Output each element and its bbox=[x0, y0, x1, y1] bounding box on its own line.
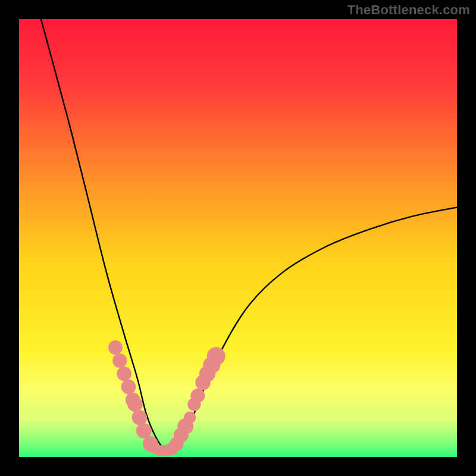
marker-point bbox=[112, 353, 127, 368]
marker-point bbox=[117, 367, 131, 381]
marker-point bbox=[108, 340, 123, 355]
marker-point bbox=[184, 412, 196, 424]
marker-point bbox=[127, 397, 142, 412]
plot-area bbox=[19, 19, 457, 457]
marker-point bbox=[132, 410, 148, 425]
chart-frame: TheBottleneck.com bbox=[0, 0, 476, 476]
gradient-background bbox=[19, 19, 457, 457]
marker-point bbox=[190, 389, 205, 403]
bottleneck-chart bbox=[19, 19, 457, 457]
watermark-text: TheBottleneck.com bbox=[347, 2, 470, 18]
marker-point bbox=[207, 347, 226, 365]
marker-point bbox=[121, 380, 136, 394]
marker-point bbox=[136, 423, 152, 439]
